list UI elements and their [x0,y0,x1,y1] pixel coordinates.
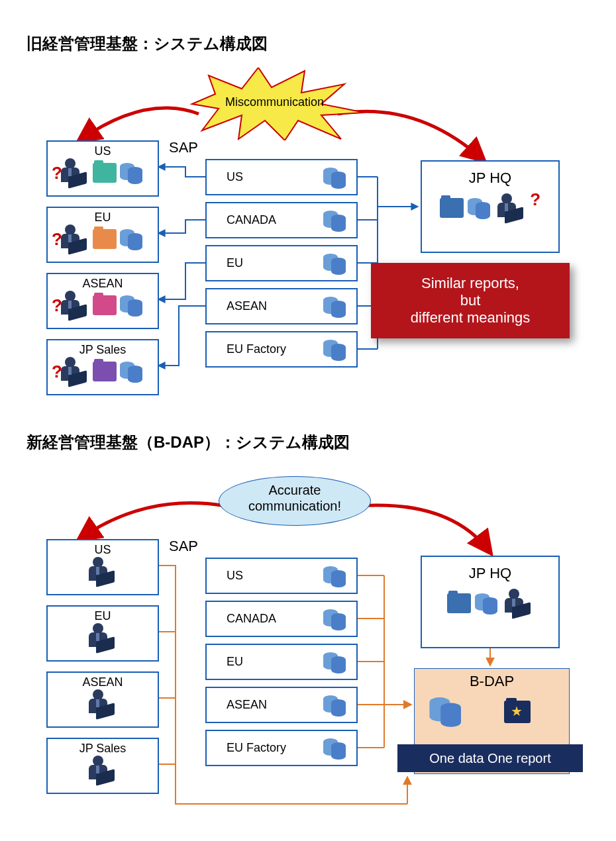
database-icon [120,359,145,384]
old-diagram: Miscommunication US ? EU ? ASEAN ? JP Sa… [26,68,590,405]
old-callout: Similar reports, but different meanings [371,263,570,338]
folder-icon [93,295,117,315]
person-icon [497,193,526,223]
hq-label: JP HQ [422,565,558,582]
old-sap-us: US [205,159,358,195]
old-sap-eufactory: EU Factory [205,331,358,368]
oval-line: communication! [219,498,370,514]
person-icon [88,756,117,785]
new-title: 新経営管理基盤（B-DAP）：システム構成図 [26,432,590,453]
new-sap-eufactory: EU Factory [205,730,358,766]
person-icon [88,557,117,586]
sap-node-label: EU Factory [227,342,286,356]
folder-icon [440,198,464,218]
database-icon [323,294,348,319]
sap-node-label: EU Factory [227,741,286,754]
new-hq: JP HQ [421,556,560,648]
database-icon [323,251,348,276]
new-sap-canada: CANADA [205,601,358,637]
database-icon [323,693,348,718]
new-sap-eu: EU [205,644,358,680]
database-icon [323,607,348,632]
database-icon [475,591,500,616]
database-icon [120,160,145,185]
old-region-jpsales: JP Sales ? [46,339,159,395]
database-icon [323,564,348,589]
database-icon [323,337,348,362]
new-sap-label: SAP [169,538,198,555]
region-label: EU [48,211,158,224]
old-region-eu: EU ? [46,207,159,263]
one-data-bar: One data One report [397,744,583,772]
database-icon [429,693,464,728]
sap-node-label: ASEAN [227,299,267,313]
region-label: ASEAN [48,675,158,689]
region-label: JP Sales [48,343,158,357]
region-label: US [48,543,158,557]
sap-node-label: EU [227,655,243,668]
sap-node-label: US [227,569,243,582]
old-sap-eu: EU [205,245,358,281]
sap-node-label: EU [227,256,243,270]
new-sap-us: US [205,558,358,594]
database-icon [120,293,145,318]
region-label: US [48,144,158,158]
miscommunication-label: Miscommunication [225,95,324,109]
person-icon [504,589,533,618]
oval-line: Accurate [219,482,370,498]
person-icon [88,623,117,652]
folder-icon [447,593,471,613]
question-icon: ? [530,189,540,209]
old-sap-asean: ASEAN [205,288,358,324]
folder-icon [93,362,117,381]
person-icon [60,291,89,320]
region-label: JP Sales [48,742,158,756]
person-icon [60,357,89,386]
folder-icon [93,163,117,183]
folder-icon [93,229,117,249]
sap-node-label: ASEAN [227,698,267,711]
database-icon [323,650,348,675]
person-icon [88,689,117,718]
new-diagram: Accurate communication! US EU ASEAN JP S… [26,466,590,824]
hq-label: JP HQ [422,170,558,187]
database-icon [323,208,348,233]
callout-line: Similar reports, [380,275,560,292]
callout-line: but [380,292,560,309]
bdap-label: B-DAP [415,673,569,690]
old-title: 旧経営管理基盤：システム構成図 [26,33,590,54]
person-icon [60,224,89,254]
new-sap-asean: ASEAN [205,687,358,723]
region-label: ASEAN [48,277,158,291]
region-label: EU [48,609,158,623]
sap-node-label: US [227,170,243,183]
old-region-us: US ? [46,140,159,197]
sap-node-label: CANADA [227,612,276,625]
database-icon [323,736,348,761]
person-icon [60,158,89,187]
new-region-eu: EU [46,605,159,662]
accurate-oval: Accurate communication! [219,476,371,526]
old-hq: JP HQ ? [421,160,560,253]
database-icon [323,165,348,190]
old-sap-canada: CANADA [205,202,358,238]
callout-line: different meanings [380,309,560,326]
old-sap-label: SAP [169,139,198,156]
star-folder-icon [504,701,531,723]
database-icon [120,226,145,252]
new-region-us: US [46,539,159,595]
sap-node-label: CANADA [227,213,276,226]
old-region-asean: ASEAN ? [46,273,159,329]
new-region-asean: ASEAN [46,671,159,728]
new-region-jpsales: JP Sales [46,738,159,794]
database-icon [468,195,493,221]
